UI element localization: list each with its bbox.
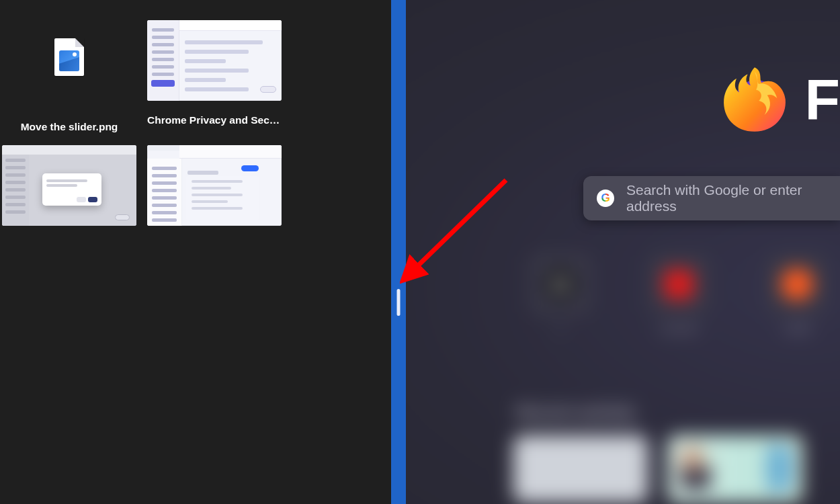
file-item[interactable] bbox=[2, 145, 136, 226]
file-item[interactable]: Move the slider.png bbox=[2, 7, 136, 133]
file-thumbnail bbox=[2, 145, 136, 226]
snap-handle-icon[interactable] bbox=[397, 289, 401, 316]
file-thumbnail bbox=[2, 7, 136, 108]
recent-cards bbox=[513, 435, 802, 503]
file-thumbnail bbox=[147, 20, 282, 101]
google-icon: G bbox=[597, 190, 614, 207]
window-snap-divider[interactable] bbox=[391, 0, 406, 504]
file-explorer-pane: Move the slider.png bbox=[0, 0, 391, 504]
x-icon bbox=[546, 269, 575, 299]
youtube-icon bbox=[664, 269, 694, 299]
search-placeholder: Search with Google or enter address bbox=[626, 182, 840, 214]
file-label: Chrome Privacy and Securi… bbox=[147, 114, 282, 126]
shortcut-tile[interactable]: x bbox=[530, 254, 591, 314]
recent-activity-heading: Recent activity bbox=[517, 403, 636, 422]
recent-card[interactable] bbox=[668, 435, 802, 503]
shortcut-tile[interactable]: youtube bbox=[648, 254, 709, 314]
image-file-icon bbox=[54, 38, 84, 76]
file-thumbnail bbox=[147, 145, 282, 226]
firefox-icon bbox=[720, 65, 790, 134]
recent-card[interactable] bbox=[513, 435, 648, 503]
tile-label: x bbox=[520, 323, 601, 335]
firefox-logo: F bbox=[720, 65, 840, 134]
tile-label: youtube bbox=[638, 323, 719, 335]
file-item[interactable]: Chrome Privacy and Securi… bbox=[147, 20, 282, 133]
firefox-newtab-pane: x youtube reddit Recent activity bbox=[406, 0, 840, 504]
file-item[interactable] bbox=[147, 145, 282, 226]
brand-letter: F bbox=[804, 67, 840, 133]
search-input[interactable]: G Search with Google or enter address bbox=[583, 176, 840, 220]
file-grid: Move the slider.png bbox=[0, 0, 391, 226]
reddit-icon bbox=[781, 268, 813, 300]
shortcut-tile[interactable]: reddit bbox=[767, 254, 827, 314]
file-label: Move the slider.png bbox=[21, 121, 118, 133]
tile-label: reddit bbox=[757, 323, 837, 335]
